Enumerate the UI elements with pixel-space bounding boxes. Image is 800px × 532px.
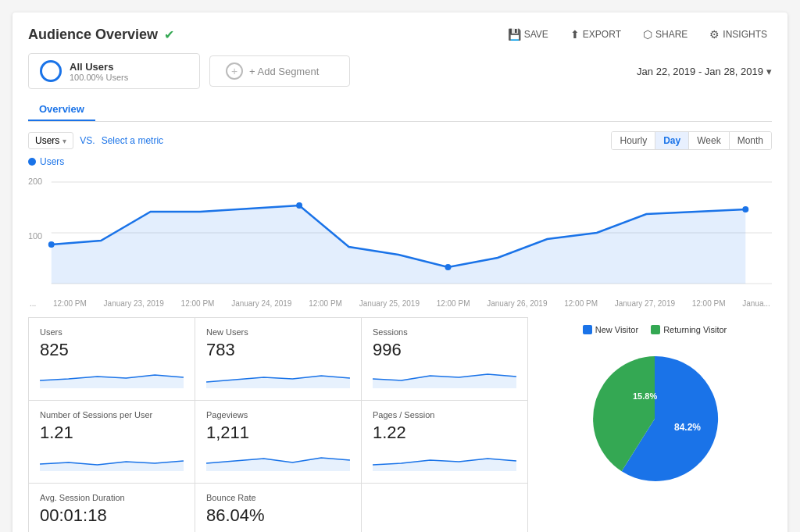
metrics-grid: Users 825 New Users 783 Sessions 996 bbox=[28, 317, 528, 532]
metric-bounce-rate-value: 86.04% bbox=[206, 505, 350, 526]
insights-button[interactable]: ⚙ INSIGHTS bbox=[705, 25, 772, 44]
metric-users-label: Users bbox=[40, 327, 184, 337]
metric-pageviews-sparkline bbox=[206, 448, 350, 471]
hourly-button[interactable]: Hourly bbox=[612, 132, 655, 149]
svg-point-7 bbox=[445, 264, 452, 270]
returning-visitor-legend-dot bbox=[651, 325, 660, 334]
returning-visitor-legend-item: Returning Visitor bbox=[651, 325, 727, 334]
svg-point-6 bbox=[296, 202, 302, 209]
all-users-segment[interactable]: All Users 100.00% Users bbox=[28, 53, 200, 89]
metric-new-users-label: New Users bbox=[206, 327, 350, 337]
save-icon: 💾 bbox=[508, 28, 521, 41]
metric-bounce-rate: Bounce Rate 86.04% bbox=[195, 484, 361, 532]
export-icon: ⬆ bbox=[570, 28, 580, 41]
metric-sessions-per-user: Number of Sessions per User 1.21 bbox=[29, 401, 195, 483]
metric-pages-per-session-value: 1.22 bbox=[373, 423, 516, 443]
metric-new-users: New Users 783 bbox=[195, 318, 361, 400]
pie-svg: 84.2% 15.8% bbox=[577, 341, 733, 497]
date-range-selector[interactable]: Jan 22, 2019 - Jan 28, 2019 ▾ bbox=[637, 66, 772, 77]
chart-x-labels: ... 12:00 PM January 23, 2019 12:00 PM J… bbox=[28, 299, 772, 308]
metric-avg-session-duration-label: Avg. Session Duration bbox=[40, 493, 184, 502]
metric-sessions-per-user-value: 1.21 bbox=[40, 423, 184, 443]
metric-pageviews-value: 1,211 bbox=[206, 423, 350, 443]
metric-sessions: Sessions 996 bbox=[362, 318, 527, 400]
all-users-sub: 100.00% Users bbox=[70, 73, 128, 82]
metric-users-sparkline bbox=[40, 365, 184, 388]
pie-legend: New Visitor Returning Visitor bbox=[583, 325, 727, 334]
chart-svg: 200 100 bbox=[28, 170, 772, 295]
metric-avg-session-duration: Avg. Session Duration 00:01:18 bbox=[29, 484, 195, 532]
new-visitor-legend-label: New Visitor bbox=[595, 325, 638, 334]
new-visitor-legend-dot bbox=[583, 325, 592, 334]
svg-text:100: 100 bbox=[28, 231, 42, 241]
new-visitor-legend-item: New Visitor bbox=[583, 325, 638, 334]
day-button[interactable]: Day bbox=[655, 132, 689, 149]
metric-pages-per-session: Pages / Session 1.22 bbox=[362, 401, 527, 483]
svg-text:200: 200 bbox=[28, 177, 42, 186]
share-button[interactable]: ⬡ SHARE bbox=[638, 25, 692, 44]
page-title: Audience Overview bbox=[28, 27, 158, 43]
chart-legend-label: Users bbox=[40, 156, 64, 167]
metric-dropdown-arrow-icon: ▾ bbox=[62, 137, 66, 145]
svg-text:84.2%: 84.2% bbox=[674, 422, 701, 433]
metric-new-users-sparkline bbox=[206, 365, 350, 388]
week-button[interactable]: Week bbox=[689, 132, 729, 149]
metric-empty bbox=[362, 484, 527, 532]
metric-bounce-rate-label: Bounce Rate bbox=[206, 493, 350, 502]
metric-sessions-sparkline bbox=[373, 365, 516, 388]
metric-dropdown[interactable]: Users ▾ bbox=[28, 132, 73, 149]
add-segment-button[interactable]: + + Add Segment bbox=[209, 55, 350, 87]
pie-chart-section: New Visitor Returning Visitor bbox=[538, 317, 772, 532]
share-icon: ⬡ bbox=[643, 28, 652, 41]
select-metric-link[interactable]: Select a metric bbox=[102, 135, 163, 146]
metric-avg-session-duration-value: 00:01:18 bbox=[40, 505, 184, 526]
metric-users: Users 825 bbox=[29, 318, 195, 400]
metric-sessions-value: 996 bbox=[373, 340, 516, 360]
metric-sessions-per-user-label: Number of Sessions per User bbox=[40, 410, 184, 420]
line-chart: Users 200 100 ... bbox=[28, 156, 772, 308]
tab-bar: Overview bbox=[28, 98, 772, 122]
save-button[interactable]: 💾 SAVE bbox=[503, 25, 553, 44]
chart-svg-wrapper: 200 100 bbox=[28, 170, 772, 298]
segment-circle-icon bbox=[40, 60, 62, 82]
svg-point-5 bbox=[48, 241, 55, 248]
pie-chart: 84.2% 15.8% bbox=[577, 341, 733, 499]
month-button[interactable]: Month bbox=[730, 132, 771, 149]
insights-icon: ⚙ bbox=[709, 28, 720, 41]
metric-sessions-per-user-sparkline bbox=[40, 448, 184, 471]
vs-label: VS. bbox=[80, 135, 95, 146]
tab-overview[interactable]: Overview bbox=[28, 98, 95, 121]
metric-pageviews-label: Pageviews bbox=[206, 410, 350, 420]
header-actions: 💾 SAVE ⬆ EXPORT ⬡ SHARE ⚙ INSIGHTS bbox=[503, 25, 772, 44]
time-period-selector: Hourly Day Week Month bbox=[611, 131, 772, 150]
metric-pages-per-session-sparkline bbox=[373, 448, 516, 471]
metric-pageviews: Pageviews 1,211 bbox=[195, 401, 361, 483]
verified-icon: ✔ bbox=[164, 27, 174, 42]
metric-users-value: 825 bbox=[40, 340, 184, 360]
metric-selector: Users ▾ VS. Select a metric bbox=[28, 132, 163, 149]
metric-sessions-label: Sessions bbox=[373, 327, 516, 337]
chart-legend-dot bbox=[28, 158, 36, 166]
add-circle-icon: + bbox=[226, 62, 243, 80]
returning-visitor-legend-label: Returning Visitor bbox=[663, 325, 727, 334]
all-users-label: All Users bbox=[70, 61, 128, 73]
svg-text:15.8%: 15.8% bbox=[633, 391, 657, 401]
date-range-arrow-icon: ▾ bbox=[766, 66, 772, 77]
metric-new-users-value: 783 bbox=[206, 340, 350, 360]
metric-pages-per-session-label: Pages / Session bbox=[373, 410, 516, 420]
svg-point-8 bbox=[742, 206, 748, 212]
export-button[interactable]: ⬆ EXPORT bbox=[566, 25, 626, 44]
